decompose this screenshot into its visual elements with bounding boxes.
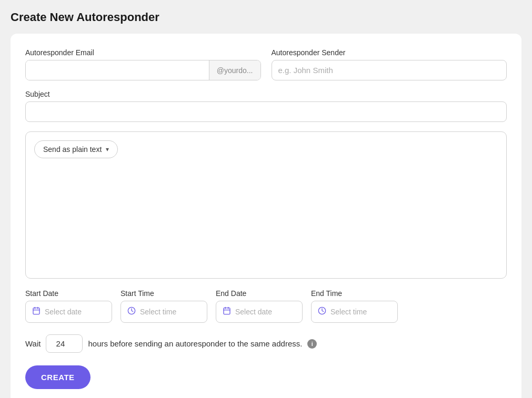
page-title: Create New Autoresponder [11, 11, 521, 24]
format-dropdown-label: Send as plain text [43, 145, 102, 154]
subject-input[interactable] [25, 101, 507, 122]
start-time-picker[interactable]: Select time [121, 301, 207, 323]
start-date-group: Start Date Select date [25, 289, 112, 323]
svg-rect-0 [33, 308, 39, 314]
email-field-group: Autoresponder Email @yourdo... [25, 48, 261, 80]
format-dropdown[interactable]: Send as plain text ▾ [34, 140, 118, 158]
wait-label: Wait [25, 339, 41, 348]
subject-field-group: Subject [25, 90, 507, 122]
wait-row: Wait hours before sending an autorespond… [25, 334, 507, 353]
end-date-group: End Date Select date [216, 289, 303, 323]
subject-row: Subject [25, 90, 507, 122]
end-date-picker[interactable]: Select date [216, 301, 303, 323]
clock-icon-end [318, 307, 326, 317]
email-body-editor[interactable] [34, 165, 498, 270]
calendar-icon-end [223, 307, 231, 317]
info-icon[interactable]: i [307, 339, 317, 349]
start-date-picker[interactable]: Select date [25, 301, 112, 323]
sender-input[interactable] [272, 60, 507, 80]
editor-box: Send as plain text ▾ [25, 131, 507, 279]
form-card: Autoresponder Email @yourdo... Autorespo… [11, 34, 521, 398]
start-time-label: Start Time [121, 289, 207, 298]
subject-label: Subject [25, 90, 507, 98]
wait-hours-input[interactable] [46, 334, 83, 353]
calendar-icon [32, 307, 41, 317]
svg-rect-5 [224, 308, 230, 314]
sender-label: Autoresponder Sender [272, 48, 507, 57]
start-time-group: Start Time Select time [121, 289, 207, 323]
end-date-placeholder: Select date [235, 308, 272, 316]
start-date-placeholder: Select date [45, 308, 82, 316]
sender-field-group: Autoresponder Sender [272, 48, 507, 80]
create-button[interactable]: CREATE [25, 365, 91, 389]
chevron-down-icon: ▾ [106, 146, 109, 153]
wait-description: hours before sending an autoresponder to… [88, 339, 302, 348]
email-sender-row: Autoresponder Email @yourdo... Autorespo… [25, 48, 507, 80]
end-time-picker[interactable]: Select time [311, 301, 398, 323]
date-time-row: Start Date Select date Start Time [25, 289, 507, 323]
end-time-placeholder: Select time [330, 308, 367, 316]
clock-icon [127, 307, 136, 317]
email-suffix: @yourdo... [209, 60, 260, 80]
email-input[interactable] [26, 60, 209, 80]
end-time-label: End Time [311, 289, 398, 298]
email-label: Autoresponder Email [25, 48, 261, 57]
end-time-group: End Time Select time [311, 289, 398, 323]
end-date-label: End Date [216, 289, 303, 298]
email-input-wrapper: @yourdo... [25, 60, 261, 80]
start-time-placeholder: Select time [140, 308, 176, 316]
start-date-label: Start Date [25, 289, 112, 298]
